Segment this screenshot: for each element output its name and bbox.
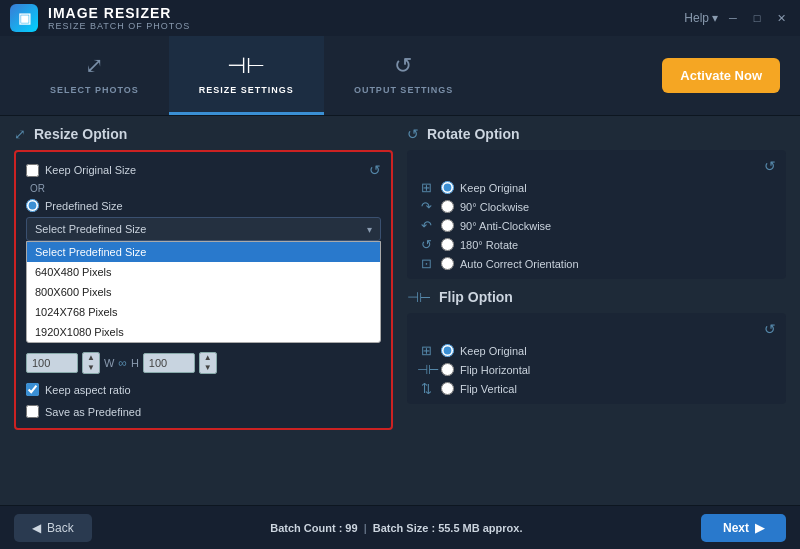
- flip-keep-icon: ⊞: [417, 343, 435, 358]
- flip-horizontal-row: ⊣⊢ Flip Horizontal: [417, 362, 776, 377]
- help-label: Help: [684, 11, 709, 25]
- help-button[interactable]: Help ▾: [684, 11, 718, 25]
- output-settings-label: OUTPUT SETTINGS: [354, 85, 454, 95]
- rotate-section: ↺ Rotate Option ↺ ⊞ Keep Original ↷: [407, 126, 786, 279]
- dropdown-selected-label: Select Predefined Size: [35, 223, 367, 235]
- keep-original-size-checkbox[interactable]: [26, 164, 39, 177]
- dropdown-item-select[interactable]: Select Predefined Size: [27, 242, 380, 262]
- reset-rotate-icon[interactable]: ↺: [764, 158, 776, 174]
- next-label: Next: [723, 521, 749, 535]
- rotate-section-header: ↺ Rotate Option: [407, 126, 786, 142]
- predefined-size-label: Predefined Size: [45, 200, 123, 212]
- rotate-auto-row: ⊡ Auto Correct Orientation: [417, 256, 776, 271]
- rotate-option-rows: ⊞ Keep Original ↷ 90° Clockwise ↶ 90° An…: [417, 180, 776, 271]
- or-divider: OR: [26, 183, 381, 194]
- resize-section-header: ⤢ Resize Option: [14, 126, 393, 142]
- width-spinner: ▲ ▼: [82, 352, 100, 374]
- left-panel: ⤢ Resize Option Keep Original Size ↺ OR …: [14, 126, 393, 495]
- rotate-keep-original-label: Keep Original: [460, 182, 527, 194]
- bottombar: ◀ Back Batch Count : 99 | Batch Size : 5…: [0, 505, 800, 549]
- rotate-section-title: Rotate Option: [427, 126, 520, 142]
- activate-now-button[interactable]: Activate Now: [662, 58, 780, 93]
- next-arrow-icon: ▶: [755, 521, 764, 535]
- rotate-90cw-radio[interactable]: [441, 200, 454, 213]
- rotate-keep-original-radio[interactable]: [441, 181, 454, 194]
- wh-row: ▲ ▼ W ∞ H ▲ ▼: [26, 352, 381, 374]
- dropdown-item-1920[interactable]: 1920X1080 Pixels: [27, 322, 380, 342]
- keep-aspect-row: Keep aspect ratio: [26, 383, 381, 396]
- resize-section-title: Resize Option: [34, 126, 127, 142]
- dropdown-item-800[interactable]: 800X600 Pixels: [27, 282, 380, 302]
- flip-vertical-radio[interactable]: [441, 382, 454, 395]
- tab-resize-settings[interactable]: ⊣⊢ RESIZE SETTINGS: [169, 36, 324, 115]
- dropdown-arrow-icon: ▾: [367, 224, 372, 235]
- dropdown-list: Select Predefined Size 640X480 Pixels 80…: [26, 241, 381, 343]
- height-spinner: ▲ ▼: [199, 352, 217, 374]
- right-panel: ↺ Rotate Option ↺ ⊞ Keep Original ↷: [407, 126, 786, 495]
- flip-horizontal-icon: ⊣⊢: [417, 362, 435, 377]
- rotate-90cw-icon: ↷: [417, 199, 435, 214]
- flip-vertical-label: Flip Vertical: [460, 383, 517, 395]
- height-increment-button[interactable]: ▲: [200, 353, 216, 363]
- rotate-90ccw-radio[interactable]: [441, 219, 454, 232]
- batch-info: Batch Count : 99 | Batch Size : 55.5 MB …: [270, 522, 522, 534]
- next-button[interactable]: Next ▶: [701, 514, 786, 542]
- flip-keep-original-label: Keep Original: [460, 345, 527, 357]
- tab-select-photos[interactable]: ⤢ SELECT PHOTOS: [20, 36, 169, 115]
- flip-options-box: ↺ ⊞ Keep Original ⊣⊢ Flip Horizontal ⇅: [407, 313, 786, 404]
- rotate-90cw-label: 90° Clockwise: [460, 201, 529, 213]
- output-settings-icon: ↺: [394, 53, 413, 79]
- reset-size-icon[interactable]: ↺: [369, 162, 381, 178]
- app-subtitle: RESIZE BATCH OF PHOTOS: [48, 21, 190, 31]
- batch-size-label: Batch Size :: [373, 522, 435, 534]
- resize-section-icon: ⤢: [14, 126, 26, 142]
- batch-size-value: 55.5 MB approx.: [438, 522, 522, 534]
- height-decrement-button[interactable]: ▼: [200, 363, 216, 373]
- predefined-size-dropdown-container: Select Predefined Size ▾ Select Predefin…: [26, 217, 381, 343]
- minimize-button[interactable]: ─: [724, 9, 742, 27]
- rotate-180-label: 180° Rotate: [460, 239, 518, 251]
- back-arrow-icon: ◀: [32, 521, 41, 535]
- rotate-180-icon: ↺: [417, 237, 435, 252]
- back-label: Back: [47, 521, 74, 535]
- titlebar: ▣ IMAGE RESIZER RESIZE BATCH OF PHOTOS H…: [0, 0, 800, 36]
- predefined-size-dropdown[interactable]: Select Predefined Size ▾: [26, 217, 381, 241]
- rotate-180-row: ↺ 180° Rotate: [417, 237, 776, 252]
- rotate-section-icon: ↺: [407, 126, 419, 142]
- app-title: IMAGE RESIZER: [48, 5, 190, 21]
- back-button[interactable]: ◀ Back: [14, 514, 92, 542]
- keep-aspect-label: Keep aspect ratio: [45, 384, 131, 396]
- width-decrement-button[interactable]: ▼: [83, 363, 99, 373]
- resize-settings-label: RESIZE SETTINGS: [199, 85, 294, 95]
- flip-section-header: ⊣⊢ Flip Option: [407, 289, 786, 305]
- close-button[interactable]: ✕: [772, 9, 790, 27]
- save-predefined-label: Save as Predefined: [45, 406, 141, 418]
- rotate-90ccw-label: 90° Anti-Clockwise: [460, 220, 551, 232]
- titlebar-right: Help ▾ ─ □ ✕: [684, 9, 790, 27]
- dropdown-item-640[interactable]: 640X480 Pixels: [27, 262, 380, 282]
- rotate-180-radio[interactable]: [441, 238, 454, 251]
- dropdown-item-1024[interactable]: 1024X768 Pixels: [27, 302, 380, 322]
- flip-keep-original-radio[interactable]: [441, 344, 454, 357]
- reset-flip-icon[interactable]: ↺: [764, 321, 776, 337]
- rotate-auto-radio[interactable]: [441, 257, 454, 270]
- rotate-90cw-row: ↷ 90° Clockwise: [417, 199, 776, 214]
- flip-vertical-icon: ⇅: [417, 381, 435, 396]
- rotate-keep-icon: ⊞: [417, 180, 435, 195]
- predefined-size-radio[interactable]: [26, 199, 39, 212]
- tab-output-settings[interactable]: ↺ OUTPUT SETTINGS: [324, 36, 484, 115]
- keep-original-size-label: Keep Original Size: [45, 164, 136, 176]
- maximize-button[interactable]: □: [748, 9, 766, 27]
- height-input[interactable]: [143, 353, 195, 373]
- save-predefined-checkbox[interactable]: [26, 405, 39, 418]
- flip-horizontal-radio[interactable]: [441, 363, 454, 376]
- flip-section: ⊣⊢ Flip Option ↺ ⊞ Keep Original ⊣⊢: [407, 289, 786, 404]
- flip-horizontal-label: Flip Horizontal: [460, 364, 530, 376]
- keep-original-size-row: Keep Original Size ↺: [26, 162, 381, 178]
- width-increment-button[interactable]: ▲: [83, 353, 99, 363]
- keep-aspect-checkbox[interactable]: [26, 383, 39, 396]
- width-input[interactable]: [26, 353, 78, 373]
- app-icon: ▣: [10, 4, 38, 32]
- flip-vertical-row: ⇅ Flip Vertical: [417, 381, 776, 396]
- save-predefined-row: Save as Predefined: [26, 405, 381, 418]
